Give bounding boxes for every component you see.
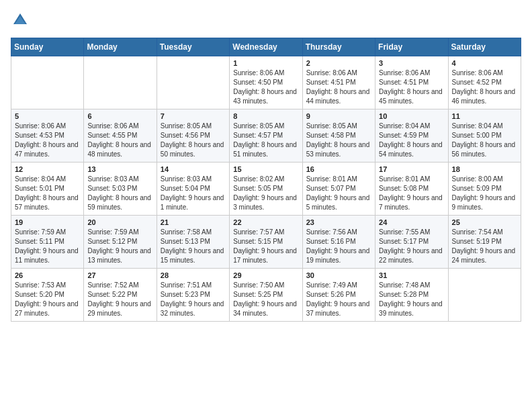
day-number: 24 bbox=[379, 218, 444, 226]
day-header-friday: Friday bbox=[375, 38, 448, 56]
day-header-tuesday: Tuesday bbox=[157, 38, 229, 56]
day-header-wednesday: Wednesday bbox=[230, 38, 302, 56]
calendar-cell: 4Sunrise: 8:06 AM Sunset: 4:52 PM Daylig… bbox=[448, 56, 521, 109]
calendar-cell: 1Sunrise: 8:06 AM Sunset: 4:50 PM Daylig… bbox=[230, 56, 302, 109]
day-info: Sunrise: 7:53 AM Sunset: 5:20 PM Dayligh… bbox=[15, 281, 80, 318]
day-number: 9 bbox=[306, 112, 371, 120]
calendar-cell: 8Sunrise: 8:05 AM Sunset: 4:57 PM Daylig… bbox=[230, 109, 302, 163]
day-info: Sunrise: 8:00 AM Sunset: 5:09 PM Dayligh… bbox=[452, 175, 517, 212]
day-number: 16 bbox=[306, 165, 371, 173]
day-number: 28 bbox=[161, 271, 226, 279]
calendar-cell: 6Sunrise: 8:06 AM Sunset: 4:55 PM Daylig… bbox=[84, 109, 157, 163]
day-number: 10 bbox=[379, 112, 444, 120]
calendar-cell: 27Sunrise: 7:52 AM Sunset: 5:22 PM Dayli… bbox=[84, 269, 157, 322]
calendar-cell: 26Sunrise: 7:53 AM Sunset: 5:20 PM Dayli… bbox=[11, 269, 84, 322]
day-number: 23 bbox=[306, 218, 371, 226]
calendar-cell: 24Sunrise: 7:55 AM Sunset: 5:17 PM Dayli… bbox=[375, 216, 448, 269]
calendar-week-row: 12Sunrise: 8:04 AM Sunset: 5:01 PM Dayli… bbox=[11, 163, 521, 216]
day-number: 20 bbox=[87, 218, 152, 226]
day-info: Sunrise: 7:56 AM Sunset: 5:16 PM Dayligh… bbox=[306, 228, 371, 265]
calendar-cell: 21Sunrise: 7:58 AM Sunset: 5:13 PM Dayli… bbox=[157, 216, 229, 269]
calendar-cell: 10Sunrise: 8:04 AM Sunset: 4:59 PM Dayli… bbox=[375, 109, 448, 163]
day-info: Sunrise: 7:57 AM Sunset: 5:15 PM Dayligh… bbox=[233, 228, 298, 265]
day-info: Sunrise: 8:04 AM Sunset: 5:01 PM Dayligh… bbox=[15, 175, 80, 212]
calendar-cell: 25Sunrise: 7:54 AM Sunset: 5:19 PM Dayli… bbox=[448, 216, 521, 269]
day-number: 29 bbox=[233, 271, 298, 279]
calendar-cell: 23Sunrise: 7:56 AM Sunset: 5:16 PM Dayli… bbox=[302, 216, 375, 269]
day-number: 26 bbox=[15, 271, 80, 279]
day-info: Sunrise: 8:04 AM Sunset: 4:59 PM Dayligh… bbox=[379, 122, 444, 159]
day-info: Sunrise: 8:01 AM Sunset: 5:08 PM Dayligh… bbox=[379, 175, 444, 212]
day-number: 7 bbox=[161, 112, 226, 120]
calendar-week-row: 26Sunrise: 7:53 AM Sunset: 5:20 PM Dayli… bbox=[11, 269, 521, 322]
calendar-cell: 15Sunrise: 8:02 AM Sunset: 5:05 PM Dayli… bbox=[230, 163, 302, 216]
day-info: Sunrise: 8:01 AM Sunset: 5:07 PM Dayligh… bbox=[306, 175, 371, 212]
calendar-week-row: 5Sunrise: 8:06 AM Sunset: 4:53 PM Daylig… bbox=[11, 109, 521, 163]
calendar-cell: 20Sunrise: 7:59 AM Sunset: 5:12 PM Dayli… bbox=[84, 216, 157, 269]
calendar-week-row: 1Sunrise: 8:06 AM Sunset: 4:50 PM Daylig… bbox=[11, 56, 521, 109]
day-info: Sunrise: 7:55 AM Sunset: 5:17 PM Dayligh… bbox=[379, 228, 444, 265]
day-number: 4 bbox=[452, 59, 517, 67]
day-number: 15 bbox=[233, 165, 298, 173]
day-number: 31 bbox=[379, 271, 444, 279]
day-info: Sunrise: 8:05 AM Sunset: 4:57 PM Dayligh… bbox=[233, 122, 298, 159]
day-info: Sunrise: 8:06 AM Sunset: 4:53 PM Dayligh… bbox=[15, 122, 80, 159]
calendar-cell: 5Sunrise: 8:06 AM Sunset: 4:53 PM Daylig… bbox=[11, 109, 84, 163]
day-number: 25 bbox=[452, 218, 517, 226]
day-header-monday: Monday bbox=[84, 38, 157, 56]
day-info: Sunrise: 8:06 AM Sunset: 4:52 PM Dayligh… bbox=[452, 68, 517, 106]
day-info: Sunrise: 8:05 AM Sunset: 4:58 PM Dayligh… bbox=[306, 122, 371, 159]
calendar-cell: 22Sunrise: 7:57 AM Sunset: 5:15 PM Dayli… bbox=[230, 216, 302, 269]
day-info: Sunrise: 7:59 AM Sunset: 5:11 PM Dayligh… bbox=[15, 228, 80, 265]
day-number: 2 bbox=[306, 59, 371, 67]
day-info: Sunrise: 7:59 AM Sunset: 5:12 PM Dayligh… bbox=[87, 228, 152, 265]
day-number: 19 bbox=[15, 218, 80, 226]
day-info: Sunrise: 7:58 AM Sunset: 5:13 PM Dayligh… bbox=[161, 228, 226, 265]
day-number: 11 bbox=[452, 112, 517, 120]
day-number: 21 bbox=[161, 218, 226, 226]
day-info: Sunrise: 8:06 AM Sunset: 4:51 PM Dayligh… bbox=[379, 68, 444, 106]
calendar-cell: 29Sunrise: 7:50 AM Sunset: 5:25 PM Dayli… bbox=[230, 269, 302, 322]
calendar-cell: 31Sunrise: 7:48 AM Sunset: 5:28 PM Dayli… bbox=[375, 269, 448, 322]
day-header-sunday: Sunday bbox=[11, 38, 84, 56]
day-info: Sunrise: 8:05 AM Sunset: 4:56 PM Dayligh… bbox=[161, 122, 226, 159]
calendar-cell: 3Sunrise: 8:06 AM Sunset: 4:51 PM Daylig… bbox=[375, 56, 448, 109]
day-number: 27 bbox=[87, 271, 152, 279]
day-info: Sunrise: 8:06 AM Sunset: 4:55 PM Dayligh… bbox=[87, 122, 152, 159]
calendar-cell: 7Sunrise: 8:05 AM Sunset: 4:56 PM Daylig… bbox=[157, 109, 229, 163]
day-info: Sunrise: 7:50 AM Sunset: 5:25 PM Dayligh… bbox=[233, 281, 298, 318]
day-info: Sunrise: 8:03 AM Sunset: 5:04 PM Dayligh… bbox=[161, 175, 226, 212]
day-info: Sunrise: 7:48 AM Sunset: 5:28 PM Dayligh… bbox=[379, 281, 444, 318]
calendar-cell bbox=[157, 56, 229, 109]
calendar-table: SundayMondayTuesdayWednesdayThursdayFrid… bbox=[11, 38, 521, 322]
calendar-header-row: SundayMondayTuesdayWednesdayThursdayFrid… bbox=[11, 38, 521, 56]
day-info: Sunrise: 8:02 AM Sunset: 5:05 PM Dayligh… bbox=[233, 175, 298, 212]
day-number: 1 bbox=[233, 59, 298, 67]
day-number: 6 bbox=[87, 112, 152, 120]
calendar-cell bbox=[448, 269, 521, 322]
day-info: Sunrise: 7:51 AM Sunset: 5:23 PM Dayligh… bbox=[161, 281, 226, 318]
calendar-cell: 28Sunrise: 7:51 AM Sunset: 5:23 PM Dayli… bbox=[157, 269, 229, 322]
day-info: Sunrise: 8:04 AM Sunset: 5:00 PM Dayligh… bbox=[452, 122, 517, 159]
day-header-saturday: Saturday bbox=[448, 38, 521, 56]
calendar-cell: 11Sunrise: 8:04 AM Sunset: 5:00 PM Dayli… bbox=[448, 109, 521, 163]
day-info: Sunrise: 8:06 AM Sunset: 4:51 PM Dayligh… bbox=[306, 68, 371, 106]
page-header bbox=[11, 11, 521, 30]
day-number: 12 bbox=[15, 165, 80, 173]
calendar-cell: 16Sunrise: 8:01 AM Sunset: 5:07 PM Dayli… bbox=[302, 163, 375, 216]
day-number: 13 bbox=[87, 165, 152, 173]
day-info: Sunrise: 7:52 AM Sunset: 5:22 PM Dayligh… bbox=[87, 281, 152, 318]
calendar-cell: 13Sunrise: 8:03 AM Sunset: 5:03 PM Dayli… bbox=[84, 163, 157, 216]
day-info: Sunrise: 8:06 AM Sunset: 4:50 PM Dayligh… bbox=[233, 68, 298, 106]
calendar-cell: 17Sunrise: 8:01 AM Sunset: 5:08 PM Dayli… bbox=[375, 163, 448, 216]
calendar-week-row: 19Sunrise: 7:59 AM Sunset: 5:11 PM Dayli… bbox=[11, 216, 521, 269]
calendar-cell: 30Sunrise: 7:49 AM Sunset: 5:26 PM Dayli… bbox=[302, 269, 375, 322]
calendar-cell bbox=[11, 56, 84, 109]
day-info: Sunrise: 8:03 AM Sunset: 5:03 PM Dayligh… bbox=[87, 175, 152, 212]
day-header-thursday: Thursday bbox=[302, 38, 375, 56]
day-number: 30 bbox=[306, 271, 371, 279]
day-number: 8 bbox=[233, 112, 298, 120]
calendar-cell: 14Sunrise: 8:03 AM Sunset: 5:04 PM Dayli… bbox=[157, 163, 229, 216]
day-number: 18 bbox=[452, 165, 517, 173]
calendar-cell: 18Sunrise: 8:00 AM Sunset: 5:09 PM Dayli… bbox=[448, 163, 521, 216]
